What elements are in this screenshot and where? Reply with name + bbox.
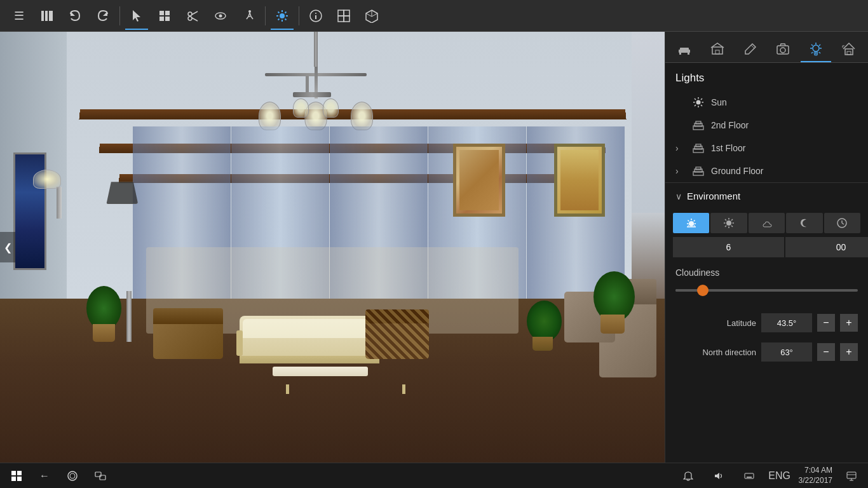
view2d-icon[interactable] (330, 2, 358, 30)
painting-right-1 (453, 144, 505, 217)
chandelier-bulb-5 (323, 98, 339, 118)
notifications-taskbar-icon[interactable] (677, 464, 700, 487)
separator3 (299, 6, 299, 25)
svg-rect-30 (338, 16, 344, 22)
tab-furniture[interactable] (668, 36, 701, 62)
time-mode-clock[interactable] (824, 213, 860, 233)
menu-icon[interactable]: ☰ (5, 2, 33, 30)
svg-line-24 (278, 18, 280, 20)
sun-main-icon[interactable] (268, 2, 296, 30)
sofa-back (243, 319, 376, 338)
latitude-increase-button[interactable]: + (840, 314, 858, 332)
time-hour-input[interactable] (673, 237, 784, 257)
plant-ground-container (527, 301, 559, 351)
main-area: ❮ (0, 32, 868, 463)
cloudiness-section: Cloudiness (665, 261, 868, 308)
time-mode-sunrise[interactable] (673, 213, 709, 233)
light-item-sun[interactable]: › Sun (665, 91, 868, 114)
redo-icon[interactable] (89, 2, 117, 30)
viewport[interactable]: ❮ (0, 32, 665, 463)
floor-2nd-icon (692, 119, 705, 132)
svg-rect-38 (688, 53, 689, 55)
light-item-1st-floor[interactable]: › 1st Floor (665, 137, 868, 159)
latitude-label: Latitude (675, 318, 756, 328)
library-icon[interactable] (33, 2, 61, 30)
scissors-icon[interactable] (179, 2, 207, 30)
ground-floor-expand[interactable]: › (675, 166, 686, 176)
wall-lamp-arm (57, 187, 62, 219)
floor-lamp-pole (126, 291, 132, 342)
objects-icon[interactable] (151, 2, 179, 30)
painting-inner-2 (560, 150, 599, 210)
environment-header[interactable]: ∨ Environment (665, 183, 868, 209)
tab-paint[interactable] (734, 36, 767, 62)
latitude-decrease-button[interactable]: − (817, 314, 835, 332)
1st-floor-expand[interactable]: › (675, 143, 686, 153)
time-minute-input[interactable] (785, 237, 868, 257)
svg-point-56 (696, 100, 701, 105)
chandelier (252, 32, 379, 130)
taskbar-task-view-button[interactable] (89, 464, 112, 487)
light-item-2nd-floor[interactable]: › 2nd Floor (665, 114, 868, 137)
action-center-icon[interactable] (840, 464, 863, 487)
latitude-input[interactable] (761, 313, 812, 332)
svg-rect-7 (159, 17, 164, 21)
chandelier-rod (314, 32, 318, 67)
sofa (240, 316, 379, 363)
svg-line-82 (694, 225, 695, 226)
light-item-ground-floor[interactable]: › Ground Floor (665, 159, 868, 182)
taskbar-cortana-button[interactable] (61, 464, 84, 487)
plant-right-container (593, 271, 632, 334)
svg-line-88 (725, 219, 726, 220)
tab-house[interactable] (832, 36, 865, 62)
painting-inner-1 (459, 150, 499, 210)
svg-rect-28 (338, 10, 344, 16)
keyboard-taskbar-icon[interactable] (738, 464, 761, 487)
undo-icon[interactable] (61, 2, 89, 30)
tab-lights[interactable] (799, 36, 832, 62)
svg-rect-8 (165, 17, 170, 21)
floor-lamp-shade (106, 182, 138, 204)
environment-section: ∨ Environment (665, 182, 868, 367)
north-direction-label: North direction (675, 348, 756, 357)
slider-thumb[interactable] (697, 285, 709, 296)
svg-line-34 (372, 13, 377, 17)
time-mode-sunny[interactable] (710, 213, 747, 233)
start-button[interactable] (5, 464, 28, 487)
svg-rect-98 (17, 477, 22, 481)
north-increase-button[interactable]: + (840, 343, 858, 361)
armchair-left (153, 321, 223, 359)
checkered-chair (365, 321, 429, 359)
time-mode-cloudy[interactable] (749, 213, 785, 233)
tab-room[interactable] (701, 36, 734, 62)
armchair-back (153, 308, 223, 324)
north-decrease-button[interactable]: − (817, 343, 835, 361)
taskbar-right: ENG 7:04 AM 3/22/2017 (677, 464, 863, 487)
plant-right-pot (600, 315, 625, 334)
left-arrow-icon: ❮ (4, 241, 12, 254)
taskbar-back-button[interactable]: ← (33, 464, 56, 487)
svg-point-27 (315, 13, 316, 14)
svg-point-43 (780, 48, 785, 53)
volume-taskbar-icon[interactable] (707, 464, 730, 487)
checkered-chair-back (365, 309, 429, 323)
cloudiness-slider[interactable] (675, 284, 858, 297)
select-icon[interactable] (123, 2, 151, 30)
svg-point-74 (689, 221, 694, 226)
svg-point-83 (726, 220, 731, 226)
tab-camera[interactable] (766, 36, 799, 62)
info-icon[interactable] (302, 2, 330, 30)
north-direction-input[interactable] (761, 342, 812, 362)
viewport-left-arrow[interactable]: ❮ (0, 232, 15, 262)
separator2 (265, 6, 266, 25)
cube-icon[interactable] (358, 2, 386, 30)
svg-point-10 (188, 17, 192, 20)
light-item-ground-floor-label: Ground Floor (711, 166, 763, 176)
input-taskbar-icon[interactable]: ENG (768, 464, 791, 487)
time-mode-moon[interactable] (786, 213, 822, 233)
svg-line-63 (701, 98, 702, 100)
eye-icon[interactable] (207, 2, 234, 30)
svg-rect-40 (715, 50, 719, 54)
walk-icon[interactable] (234, 2, 262, 30)
svg-line-62 (701, 105, 702, 106)
